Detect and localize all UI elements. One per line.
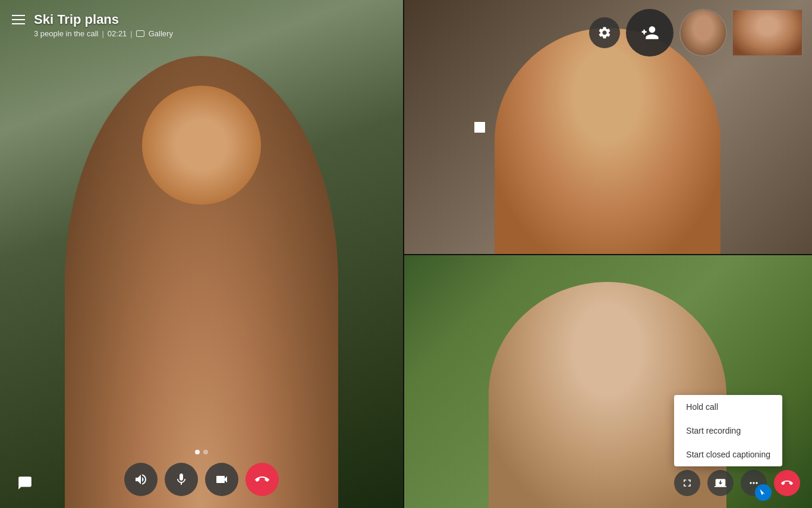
hamburger-button[interactable] [12, 15, 25, 24]
thumbnail-participant-1 [679, 9, 727, 57]
end-call-secondary-icon [781, 477, 793, 489]
screenshare-button[interactable] [707, 470, 734, 496]
dot-1 [195, 450, 200, 454]
top-right-participant-video [495, 28, 720, 254]
main-participant-video [65, 56, 338, 508]
settings-button[interactable] [589, 17, 620, 48]
end-call-button[interactable] [246, 463, 279, 496]
slide-indicators [195, 450, 208, 454]
video-call-container: Ski Trip plans 3 people in the call | 02… [0, 0, 812, 508]
start-recording-option[interactable]: Start recording [674, 419, 782, 443]
gallery-label: Gallery [149, 29, 173, 38]
meta-separator-2: | [130, 29, 132, 38]
more-options-container [741, 470, 767, 496]
thumbnail-participant-2 [732, 9, 803, 57]
participant-indicator [474, 122, 485, 133]
top-right-video-panel [403, 0, 812, 254]
video-button[interactable] [205, 463, 238, 496]
cursor-icon [759, 488, 768, 497]
microphone-icon [174, 472, 188, 487]
call-title: Ski Trip plans [34, 12, 173, 27]
gallery-button[interactable]: Gallery [136, 29, 173, 38]
secondary-controls-bar [674, 470, 800, 496]
fullscreen-button[interactable] [674, 470, 700, 496]
volume-button[interactable] [124, 463, 158, 496]
video-camera-icon [215, 472, 229, 487]
dot-2 [203, 450, 208, 454]
call-meta: 3 people in the call | 02:21 | Gallery [34, 29, 173, 38]
add-person-button[interactable] [626, 9, 673, 57]
screenshare-icon [715, 477, 726, 489]
gear-icon [597, 26, 612, 40]
bottom-right-video-panel: Hold call Start recording Start closed c… [403, 254, 812, 508]
thumb-video-1 [681, 10, 726, 55]
end-call-secondary-button[interactable] [774, 470, 800, 496]
mute-button[interactable] [165, 463, 198, 496]
right-panel-controls [589, 9, 803, 57]
secondary-video-panels: Hold call Start recording Start closed c… [403, 0, 812, 508]
call-duration: 02:21 [108, 29, 127, 38]
cursor-indicator [755, 484, 772, 501]
call-header: Ski Trip plans 3 people in the call | 02… [0, 0, 403, 38]
context-menu: Hold call Start recording Start closed c… [674, 395, 782, 466]
main-video-panel: Ski Trip plans 3 people in the call | 02… [0, 0, 403, 508]
end-call-icon [255, 472, 269, 487]
participant-thumbnails [679, 9, 803, 57]
meta-separator: | [102, 29, 103, 38]
horizontal-divider [403, 254, 812, 255]
add-person-icon [640, 23, 659, 42]
start-captions-option[interactable]: Start closed captioning [674, 443, 782, 466]
fullscreen-icon [681, 477, 693, 489]
call-controls-bar [0, 463, 403, 496]
thumb-video-2 [733, 10, 802, 55]
volume-icon [134, 472, 148, 487]
call-info: Ski Trip plans 3 people in the call | 02… [34, 12, 173, 38]
hold-call-option[interactable]: Hold call [674, 395, 782, 419]
people-count: 3 people in the call [34, 29, 98, 38]
chat-icon-small [136, 30, 144, 37]
